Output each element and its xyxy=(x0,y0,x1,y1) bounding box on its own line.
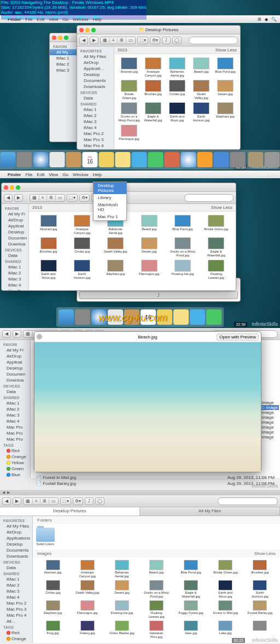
back-button[interactable]: ◀ xyxy=(2,497,11,505)
dock-contacts-icon[interactable] xyxy=(66,152,81,167)
file-item[interactable]: Circles.jpg xyxy=(66,237,98,257)
file-item[interactable]: Elephant.jpg xyxy=(36,600,69,619)
sidebar-item[interactable]: Data xyxy=(77,95,114,101)
dropdown-item[interactable]: Desktop Pictures xyxy=(94,182,126,194)
dock-downloads-icon[interactable] xyxy=(248,152,264,167)
file-item[interactable]: Ducks on a Misty Pond.jpg xyxy=(166,237,199,257)
nav-back-icon[interactable]: ◀ xyxy=(2,490,5,495)
file-item[interactable]: Bristle Grass.jpg xyxy=(209,560,242,578)
sidebar-item[interactable]: All My Files xyxy=(77,54,114,60)
arrange-button[interactable]: ⬚▾ xyxy=(137,37,148,44)
file-item[interactable]: Death Valley.jpg xyxy=(190,80,213,100)
file-item[interactable]: Beach.jpg xyxy=(133,215,165,235)
file-item[interactable]: Antelope Canyon.jpg xyxy=(142,57,165,78)
file-item[interactable]: Antelope Canyon.jpg xyxy=(71,560,104,578)
nav-forward-icon[interactable]: ▶ xyxy=(7,490,10,495)
share-button[interactable]: ⤴ xyxy=(79,291,238,299)
close-button[interactable] xyxy=(79,28,84,32)
forward-button[interactable]: ▶ xyxy=(90,37,98,44)
forward-button[interactable]: ▶ xyxy=(13,497,21,505)
close-button[interactable] xyxy=(37,334,42,339)
show-less-link[interactable]: Show Less xyxy=(254,551,276,556)
folder-item[interactable]: Solid Colors xyxy=(36,528,55,546)
action-button[interactable]: ⚙▾ xyxy=(79,194,90,202)
file-item[interactable]: Lake.jpg xyxy=(209,620,242,639)
file-item[interactable]: Desert.jpg xyxy=(105,580,138,599)
file-item[interactable]: Flamingos.jpg xyxy=(118,125,141,141)
file-item[interactable]: Floating Leaves.jpg xyxy=(139,600,173,619)
menubar-status-icon[interactable]: ⊞ xyxy=(258,17,261,22)
file-item[interactable]: Death Valley.jpg xyxy=(100,237,132,257)
sidebar-item[interactable]: iMac 2 xyxy=(77,113,114,119)
file-item[interactable]: Bahamas Aerial.jpg xyxy=(105,560,138,578)
sidebar-item[interactable]: Applicati… xyxy=(77,66,114,72)
file-item[interactable]: Forest in Mist.jpg xyxy=(209,600,242,619)
sidebar-item[interactable]: iMac 3 xyxy=(77,119,114,125)
file-item[interactable]: Foggy Forest.jpg xyxy=(174,600,208,619)
file-item[interactable]: Beach.jpg xyxy=(190,57,213,78)
file-item[interactable]: Brushes.jpg xyxy=(243,560,277,578)
search-input[interactable] xyxy=(218,497,278,505)
dock-safari-icon[interactable] xyxy=(33,152,49,167)
file-item[interactable]: Foxtail Barley.jpg xyxy=(243,600,277,619)
file-item[interactable]: Earth and Moon.jpg xyxy=(209,580,242,599)
file-item[interactable]: Abstract.jpg xyxy=(36,560,69,578)
sidebar-item[interactable]: iMac 4 xyxy=(77,125,114,131)
file-item[interactable]: Eagle & Waterfall.jpg xyxy=(200,237,232,257)
file-item[interactable]: Abstract.jpg xyxy=(32,215,65,235)
file-item[interactable]: Floating Leaves.jpg xyxy=(200,260,232,280)
minimize-button[interactable] xyxy=(10,185,14,190)
dock-messages-icon[interactable] xyxy=(132,152,147,167)
dock-calendar-icon[interactable]: JUL16 xyxy=(83,152,98,167)
file-item[interactable]: Earth Horizon.jpg xyxy=(66,260,98,280)
dock-notes-icon[interactable] xyxy=(115,152,131,167)
file-item[interactable]: Grass Blades.jpg xyxy=(105,620,138,639)
file-item[interactable]: Ducks on a Misty Pond.jpg xyxy=(139,580,173,599)
file-item[interactable]: Hawaiian Print.jpg xyxy=(139,620,173,639)
file-item[interactable]: Frog.jpg xyxy=(36,620,69,639)
file-item[interactable]: Bahamas Aerial.jpg xyxy=(166,57,189,78)
tags-button[interactable]: ◯ xyxy=(172,37,182,44)
open-with-preview-button[interactable]: Open with Preview xyxy=(217,333,259,341)
search-input[interactable] xyxy=(184,194,234,202)
dock-finder-icon[interactable] xyxy=(1,152,16,167)
file-item[interactable]: Circles.jpg xyxy=(36,580,69,599)
action-button[interactable]: ⚙▾ xyxy=(150,37,160,44)
back-button[interactable]: ◀ xyxy=(79,37,88,44)
sidebar-item[interactable]: AirDrop xyxy=(77,60,114,66)
file-item[interactable]: Circles.jpg xyxy=(166,80,189,100)
list-row[interactable]: 📄 Foxtail Barley.jpgAug 29, 2013, 11:08 … xyxy=(33,481,278,487)
share-button[interactable]: ⤴ xyxy=(162,37,171,44)
sidebar-all-my-files[interactable]: All My… xyxy=(50,49,77,55)
file-item[interactable]: Desert.jpg xyxy=(214,80,237,100)
menubar-spotlight-icon[interactable]: 🔍 xyxy=(271,17,277,22)
dock-photobooth-icon[interactable] xyxy=(165,152,180,167)
dock-trash-icon[interactable] xyxy=(265,152,280,167)
dock-reminders-icon[interactable] xyxy=(99,152,114,167)
file-item[interactable] xyxy=(243,620,277,639)
sidebar-item[interactable]: Mac Pro 3 xyxy=(77,137,114,143)
forward-button[interactable]: ▶ xyxy=(13,330,21,338)
file-item[interactable]: Blue Pond.jpg xyxy=(214,57,237,78)
file-item[interactable]: Desert.jpg xyxy=(133,237,165,257)
file-item[interactable]: Blue Pond.jpg xyxy=(174,560,208,578)
file-item[interactable]: Eagle & Waterfall.jpg xyxy=(174,580,208,599)
file-item[interactable]: Death Valley.jpg xyxy=(71,580,104,599)
sidebar-item[interactable]: Mac Pro 4 xyxy=(77,143,114,149)
file-item[interactable]: Brushes.jpg xyxy=(32,237,65,257)
dock-facetime-icon[interactable] xyxy=(148,152,164,167)
search-input[interactable] xyxy=(189,37,238,44)
arrange-button[interactable]: ⬚▾ xyxy=(67,194,78,202)
dock-ibooks-icon[interactable] xyxy=(197,152,213,167)
file-item[interactable]: Beach.jpg xyxy=(139,560,173,578)
file-item[interactable]: Flamingos.jpg xyxy=(133,260,165,280)
file-item[interactable]: Eagle & Waterfall.jpg xyxy=(142,102,165,122)
file-item[interactable]: Earth Horizon.jpg xyxy=(243,580,277,599)
view-mode-buttons[interactable]: ▦≡⊞▭ xyxy=(100,37,136,44)
dropdown-item[interactable]: Macintosh HD xyxy=(94,201,126,213)
window-titlebar[interactable]: 📁 Desktop Pictures xyxy=(77,26,240,34)
path-crumb[interactable]: 2013 xyxy=(118,48,127,52)
show-less-link[interactable]: Show Less xyxy=(215,48,237,52)
dock-mail-icon[interactable] xyxy=(50,152,65,167)
back-button[interactable]: ◀ xyxy=(2,330,11,338)
